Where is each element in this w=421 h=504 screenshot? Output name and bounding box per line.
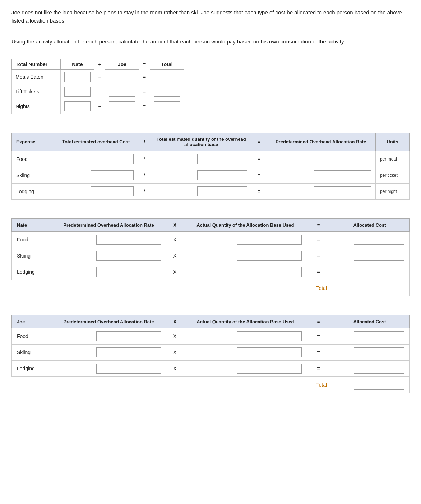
input-rate-lodging[interactable] [314, 186, 371, 196]
col-header-eq1: = [139, 59, 150, 69]
nate-input-allocated-lodging[interactable] [354, 267, 404, 277]
nate-section: Nate Predetermined Overhead Allocation R… [11, 218, 410, 296]
nate-input-total[interactable] [354, 283, 404, 293]
joe-input-rate-skiing[interactable] [96, 347, 161, 357]
overhead-cell-cost-lodging [54, 183, 138, 199]
input-nate-lift[interactable] [64, 87, 91, 97]
op-eq-meals: = [139, 69, 150, 84]
nate-empty4 [184, 280, 307, 296]
input-qty-skiing[interactable] [197, 170, 247, 180]
input-rate-skiing[interactable] [314, 170, 371, 180]
joe-input-allocated-lodging[interactable] [354, 364, 404, 374]
overhead-table: Expense Total estimated overhead Cost / … [11, 133, 410, 200]
input-joe-nights[interactable] [109, 101, 135, 111]
col-header-joe: Joe [105, 59, 139, 69]
nate-cell-qty-skiing [184, 248, 307, 264]
overhead-col-div: / [138, 133, 151, 151]
row-nights: Nights + = [12, 99, 184, 114]
cell-total-lift [150, 84, 184, 99]
overhead-div-food: / [138, 151, 151, 167]
joe-input-allocated-food[interactable] [354, 331, 404, 341]
nate-cell-total [330, 280, 410, 296]
nate-eq-skiing: = [307, 248, 330, 264]
row-meals-eaten: Meals Eaten + = [12, 69, 184, 84]
input-total-nights[interactable] [154, 101, 180, 111]
nate-total-label: Total [307, 280, 330, 296]
intro-paragraph2: Using the activity allocation for each p… [11, 38, 410, 46]
overhead-label-lodging: Lodging [12, 183, 54, 199]
total-number-section: Total Number Nate + Joe = Total Meals Ea… [11, 59, 410, 114]
overhead-col-eq: = [252, 133, 266, 151]
col-header-total-number: Total Number [12, 59, 61, 69]
joe-input-qty-skiing[interactable] [237, 347, 302, 357]
nate-cell-rate-lodging [51, 264, 166, 280]
joe-row-lodging: Lodging X = [12, 360, 410, 376]
input-cost-lodging[interactable] [91, 186, 134, 196]
joe-table: Joe Predetermined Overhead Allocation Ra… [11, 315, 410, 393]
joe-input-qty-lodging[interactable] [237, 364, 302, 374]
nate-input-rate-food[interactable] [96, 235, 161, 245]
input-total-lift[interactable] [154, 87, 180, 97]
cell-joe-meals [105, 69, 139, 84]
overhead-cell-rate-lodging [266, 183, 376, 199]
op-eq-lift: = [139, 84, 150, 99]
joe-times-food: X [166, 328, 184, 344]
joe-input-qty-food[interactable] [237, 331, 302, 341]
row-lift-tickets: Lift Tickets + = [12, 84, 184, 99]
joe-times-skiing: X [166, 344, 184, 360]
input-rate-food[interactable] [314, 154, 371, 164]
overhead-units-food: per meal [376, 151, 410, 167]
input-nate-meals[interactable] [64, 72, 91, 82]
joe-input-total[interactable] [354, 380, 404, 390]
nate-col-eq: = [307, 218, 330, 231]
nate-input-rate-skiing[interactable] [96, 251, 161, 261]
nate-input-allocated-skiing[interactable] [354, 251, 404, 261]
input-joe-lift[interactable] [109, 87, 135, 97]
overhead-div-lodging: / [138, 183, 151, 199]
nate-row-food: Food X = [12, 231, 410, 248]
nate-row-skiing: Skiing X = [12, 248, 410, 264]
nate-input-qty-food[interactable] [237, 235, 302, 245]
overhead-label-food: Food [12, 151, 54, 167]
nate-empty2 [51, 280, 166, 296]
col-header-total: Total [150, 59, 184, 69]
op-plus-meals: + [94, 69, 105, 84]
input-nate-nights[interactable] [64, 101, 91, 111]
joe-input-rate-lodging[interactable] [96, 364, 161, 374]
nate-row-total: Total [12, 280, 410, 296]
overhead-section: Expense Total estimated overhead Cost / … [11, 133, 410, 200]
joe-label-skiing: Skiing [12, 344, 51, 360]
overhead-div-skiing: / [138, 167, 151, 183]
nate-cell-qty-food [184, 231, 307, 248]
cell-total-meals [150, 69, 184, 84]
cell-nate-nights [60, 99, 94, 114]
input-qty-food[interactable] [197, 154, 247, 164]
nate-input-allocated-food[interactable] [354, 235, 404, 245]
joe-cell-rate-skiing [51, 344, 166, 360]
total-number-table: Total Number Nate + Joe = Total Meals Ea… [11, 59, 184, 114]
op-plus-lift: + [94, 84, 105, 99]
nate-label-lodging: Lodging [12, 264, 51, 280]
input-cost-skiing[interactable] [91, 170, 134, 180]
overhead-eq-skiing: = [252, 167, 266, 183]
joe-col-quantity: Actual Quantity of the Allocation Base U… [184, 315, 307, 328]
joe-eq-lodging: = [307, 360, 330, 376]
nate-row-lodging: Lodging X = [12, 264, 410, 280]
overhead-col-rate: Predetermined Overhead Allocation Rate [266, 133, 376, 151]
joe-col-times: X [166, 315, 184, 328]
nate-input-qty-lodging[interactable] [237, 267, 302, 277]
joe-input-allocated-skiing[interactable] [354, 347, 404, 357]
label-nights: Nights [12, 99, 61, 114]
overhead-row-skiing: Skiing / = per ticket [12, 167, 410, 183]
input-total-meals[interactable] [154, 72, 180, 82]
nate-input-rate-lodging[interactable] [96, 267, 161, 277]
joe-label-lodging: Lodging [12, 360, 51, 376]
input-joe-meals[interactable] [109, 72, 135, 82]
joe-section: Joe Predetermined Overhead Allocation Ra… [11, 315, 410, 393]
input-qty-lodging[interactable] [197, 186, 247, 196]
nate-input-qty-skiing[interactable] [237, 251, 302, 261]
op-plus-nights: + [94, 99, 105, 114]
input-cost-food[interactable] [91, 154, 134, 164]
joe-input-rate-food[interactable] [96, 331, 161, 341]
joe-empty4 [184, 376, 307, 393]
